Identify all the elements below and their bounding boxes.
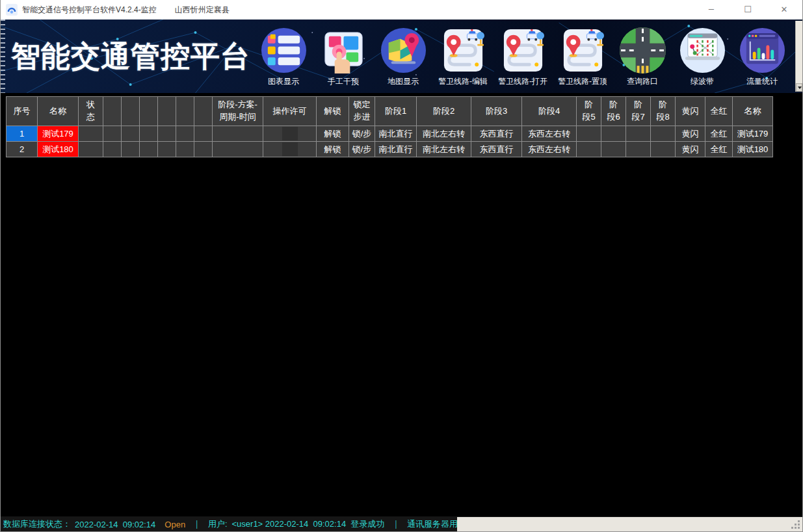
- empty-cell: [194, 126, 213, 142]
- empty-cell: [651, 142, 676, 157]
- hand-touch-icon: [321, 27, 367, 73]
- separator: ｜: [391, 518, 400, 530]
- lock-step-cell[interactable]: 锁/步: [349, 126, 375, 142]
- tool-guard-route-open[interactable]: 警卫线路-打开: [493, 27, 553, 87]
- statusbar: 数据库连接状态： 2022-02-14 09:02:14 Open ｜ 用户: …: [1, 516, 802, 531]
- empty-cell: [626, 142, 651, 157]
- col-lock-step: 锁定 步进: [349, 97, 375, 126]
- application-window: 智能交通信号控制平台软件V4.2.4-监控 山西忻州定襄县 ─ ☐ ✕: [0, 0, 803, 532]
- empty-cell: [601, 126, 626, 142]
- bar-chart-icon: [739, 27, 785, 73]
- main-area: 序号 名称 状 态 阶段-方案- 周期-时间 操作许可 解锁 锁定 步进 阶段1…: [1, 93, 802, 516]
- status-right-panel: [457, 517, 802, 531]
- col-empty: [176, 97, 194, 126]
- lock-step-cell[interactable]: 锁/步: [349, 142, 375, 157]
- unlock-cell[interactable]: 解锁: [317, 126, 349, 142]
- col-empty: [122, 97, 140, 126]
- col-seq: 序号: [7, 97, 38, 126]
- permit-indicator: [282, 127, 298, 140]
- maximize-button[interactable]: ☐: [730, 0, 766, 20]
- col-stage5: 阶 段5: [577, 97, 601, 126]
- col-yellow-flash: 黄闪: [676, 97, 705, 126]
- col-stage7: 阶 段7: [626, 97, 651, 126]
- tool-query-crossing[interactable]: 查询路口: [612, 27, 672, 87]
- tool-green-wave[interactable]: 绿波带: [672, 27, 732, 87]
- stage2-cell: 南北左右转: [417, 142, 471, 157]
- tool-map-display[interactable]: 地图显示: [373, 27, 433, 87]
- banner: 智能交通管控平台 图表显示: [1, 20, 802, 93]
- col-stage8: 阶 段8: [651, 97, 676, 126]
- table-header-row: 序号 名称 状 态 阶段-方案- 周期-时间 操作许可 解锁 锁定 步进 阶段1…: [7, 97, 773, 126]
- tool-manual-intervention[interactable]: 手工干预: [313, 27, 373, 87]
- col-stage1: 阶段1: [375, 97, 417, 126]
- scroll-down-button[interactable]: [796, 83, 802, 92]
- name-cell[interactable]: 测试179: [38, 126, 79, 142]
- name2-cell: 测试180: [733, 142, 773, 157]
- empty-cell: [158, 126, 176, 142]
- stage1-cell: 南北直行: [375, 142, 417, 157]
- db-status-time: 2022-02-14 09:02:14: [75, 520, 155, 529]
- empty-cell: [577, 126, 601, 142]
- yellow-flash-cell[interactable]: 黄闪: [676, 142, 705, 157]
- stage4-cell: 东西左右转: [522, 142, 577, 157]
- col-all-red: 全红: [705, 97, 733, 126]
- seq-cell-selected[interactable]: 1: [7, 126, 38, 142]
- status-cell: [79, 142, 103, 157]
- tool-chart-display[interactable]: 图表显示: [254, 27, 313, 87]
- all-red-cell[interactable]: 全红: [705, 142, 733, 157]
- tool-guard-route-edit[interactable]: 警卫线路-编辑: [433, 27, 493, 87]
- chevron-down-icon: [798, 86, 802, 89]
- unlock-cell[interactable]: 解锁: [317, 142, 349, 157]
- chart-list-icon: [261, 27, 307, 73]
- table-row[interactable]: 2 测试180 解锁 锁/步 南北直行 南北左右转 东西直行 东西左右转: [7, 142, 773, 157]
- col-permit: 操作许可: [263, 97, 317, 126]
- empty-cell: [601, 142, 626, 157]
- seq-cell[interactable]: 2: [7, 142, 38, 157]
- col-stage3: 阶段3: [471, 97, 522, 126]
- col-stage-plan: 阶段-方案- 周期-时间: [213, 97, 263, 126]
- user-info: <user1> 2022-02-14 09:02:14 登录成功: [232, 518, 385, 530]
- db-status-label: 数据库连接状态：: [3, 518, 71, 530]
- minimize-button[interactable]: ─: [693, 0, 730, 20]
- toolbar-scrollbar[interactable]: [795, 21, 802, 92]
- col-empty: [194, 97, 213, 126]
- window-title: 智能交通信号控制平台软件V4.2.4-监控: [22, 5, 157, 16]
- empty-cell: [140, 126, 158, 142]
- empty-cell: [140, 142, 158, 157]
- permit-indicator: [282, 142, 298, 156]
- comm-server-label: 通讯服务器用户状态:: [407, 518, 457, 530]
- status-cell: [79, 126, 103, 142]
- permit-cell: [263, 142, 317, 157]
- all-red-cell[interactable]: 全红: [705, 126, 733, 142]
- tool-label: 手工干预: [328, 76, 359, 87]
- empty-cell: [651, 126, 676, 142]
- close-button[interactable]: ✕: [766, 0, 802, 20]
- green-wave-icon: [679, 27, 726, 73]
- map-pin-icon: [380, 27, 427, 73]
- guard-route-top-icon: [560, 27, 606, 73]
- permit-cell: [263, 126, 317, 142]
- empty-cell: [577, 142, 601, 157]
- separator: ｜: [192, 518, 201, 530]
- stage3-cell: 东西直行: [471, 142, 522, 157]
- empty-cell: [176, 126, 194, 142]
- guard-route-edit-icon: [440, 27, 486, 73]
- stage-plan-cell: [213, 142, 263, 157]
- col-empty: [140, 97, 158, 126]
- empty-cell: [194, 142, 213, 157]
- stage3-cell: 东西直行: [471, 126, 522, 142]
- resize-grip[interactable]: [798, 527, 800, 529]
- yellow-flash-cell[interactable]: 黄闪: [676, 126, 705, 142]
- col-stage2: 阶段2: [417, 97, 471, 126]
- tool-flow-statistics[interactable]: 流量统计: [732, 27, 792, 87]
- signal-table: 序号 名称 状 态 阶段-方案- 周期-时间 操作许可 解锁 锁定 步进 阶段1…: [6, 96, 773, 157]
- status-left-panel: 数据库连接状态： 2022-02-14 09:02:14 Open ｜ 用户: …: [1, 517, 457, 531]
- name2-cell: 测试179: [733, 126, 773, 142]
- tool-guard-route-top[interactable]: 警卫线路-置顶: [553, 27, 612, 87]
- empty-cell: [158, 142, 176, 157]
- name-cell[interactable]: 测试180: [38, 142, 79, 157]
- toolbar: 图表显示 手工干预: [254, 26, 802, 87]
- col-unlock: 解锁: [317, 97, 349, 126]
- table-row[interactable]: 1 测试179 解锁 锁/步 南北直行 南北左右转 东西直行 东西左右转: [7, 126, 773, 142]
- empty-cell: [122, 142, 140, 157]
